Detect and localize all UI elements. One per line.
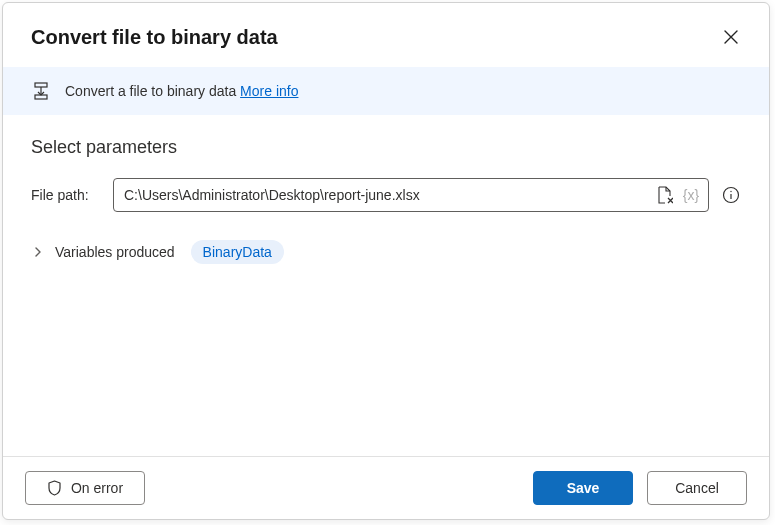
dialog-header: Convert file to binary data [3, 3, 769, 67]
file-path-input[interactable] [124, 187, 648, 203]
save-label: Save [567, 480, 600, 496]
info-text: Convert a file to binary data More info [65, 83, 298, 99]
shield-icon [47, 480, 63, 496]
dialog-footer: On error Save Cancel [3, 456, 769, 519]
param-info-button[interactable] [721, 185, 741, 205]
param-row-file-path: File path: {x} [31, 178, 741, 212]
close-icon [724, 30, 738, 44]
svg-point-3 [730, 191, 731, 192]
info-bar: Convert a file to binary data More info [3, 67, 769, 115]
binary-file-icon [31, 81, 51, 101]
section-title: Select parameters [31, 137, 741, 158]
file-select-button[interactable] [654, 185, 674, 205]
info-description: Convert a file to binary data [65, 83, 236, 99]
close-button[interactable] [715, 21, 747, 53]
variables-produced-label: Variables produced [55, 244, 175, 260]
more-info-link[interactable]: More info [240, 83, 298, 99]
variable-token-button[interactable]: {x} [680, 187, 702, 203]
on-error-label: On error [71, 480, 123, 496]
dialog-title: Convert file to binary data [31, 26, 278, 49]
dialog-convert-file-to-binary: Convert file to binary data Convert a fi… [2, 2, 770, 520]
on-error-button[interactable]: On error [25, 471, 145, 505]
file-select-icon [656, 186, 673, 204]
variables-produced-row: Variables produced BinaryData [31, 240, 741, 264]
cancel-label: Cancel [675, 480, 719, 496]
info-icon [722, 186, 740, 204]
footer-actions: Save Cancel [533, 471, 747, 505]
svg-rect-0 [35, 83, 47, 87]
save-button[interactable]: Save [533, 471, 633, 505]
cancel-button[interactable]: Cancel [647, 471, 747, 505]
file-path-label: File path: [31, 187, 101, 203]
variable-chip-binarydata[interactable]: BinaryData [191, 240, 284, 264]
dialog-content: Select parameters File path: {x} [3, 115, 769, 456]
expand-variables-button[interactable] [31, 245, 45, 259]
chevron-right-icon [33, 247, 43, 257]
file-path-input-wrap: {x} [113, 178, 709, 212]
